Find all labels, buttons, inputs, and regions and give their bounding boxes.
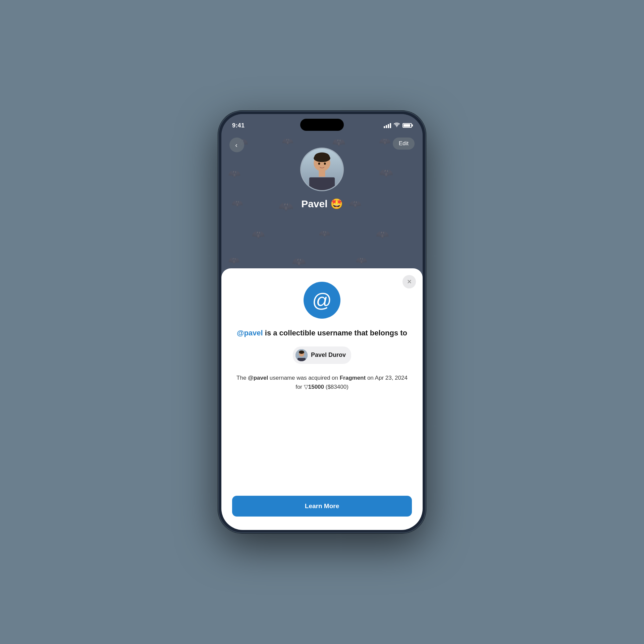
username-highlight: @pavel [237, 329, 263, 337]
edit-button[interactable]: Edit [393, 138, 415, 150]
modal-sheet: ✕ @ @pavel is a collectible username tha… [221, 268, 423, 530]
svg-rect-11 [298, 358, 306, 361]
avatar [300, 148, 344, 191]
learn-more-button[interactable]: Learn More [232, 496, 412, 517]
owner-pill[interactable]: Pavel Durov [293, 346, 351, 364]
svg-point-8 [324, 162, 326, 165]
learn-more-label: Learn More [305, 502, 339, 509]
svg-point-12 [299, 351, 304, 354]
battery-icon [402, 123, 412, 128]
edit-label: Edit [399, 140, 409, 147]
signal-bars-icon [384, 123, 391, 128]
close-icon: ✕ [407, 278, 412, 285]
svg-point-4 [314, 154, 330, 162]
avatar-container [300, 148, 344, 191]
username-description: @pavel is a collectible username that be… [237, 328, 407, 338]
svg-rect-5 [309, 177, 335, 190]
acquisition-usd: ($83400) [326, 384, 348, 390]
acquisition-username: @pavel [248, 375, 268, 381]
acquisition-amount: 15000 [308, 384, 324, 390]
svg-rect-6 [319, 170, 325, 177]
description-text: is a collectible username that belongs t… [263, 329, 407, 337]
owner-name: Pavel Durov [311, 352, 346, 359]
acquisition-mid: username was acquired on [268, 375, 340, 381]
phone-frame: 9:41 [218, 111, 426, 533]
svg-point-7 [318, 162, 320, 165]
at-symbol-icon: @ [312, 290, 332, 310]
ton-logo-icon: ▽ [304, 384, 308, 390]
phone-screen: 9:41 [221, 114, 423, 530]
profile-name: Pavel 🤩 [301, 198, 343, 210]
back-button[interactable]: ‹ [229, 138, 244, 152]
wifi-icon [394, 122, 400, 128]
back-chevron-icon: ‹ [235, 141, 237, 149]
status-time: 9:41 [232, 122, 245, 129]
status-icons [384, 122, 412, 128]
dynamic-island [300, 119, 344, 131]
acquisition-platform: Fragment [340, 375, 366, 381]
close-button[interactable]: ✕ [402, 275, 416, 288]
acquisition-prefix: The [236, 375, 248, 381]
phone-wrapper: 9:41 [218, 111, 426, 533]
at-icon-circle: @ [304, 282, 340, 319]
acquisition-text: The @pavel username was acquired on Frag… [232, 373, 412, 391]
owner-avatar [296, 349, 308, 361]
